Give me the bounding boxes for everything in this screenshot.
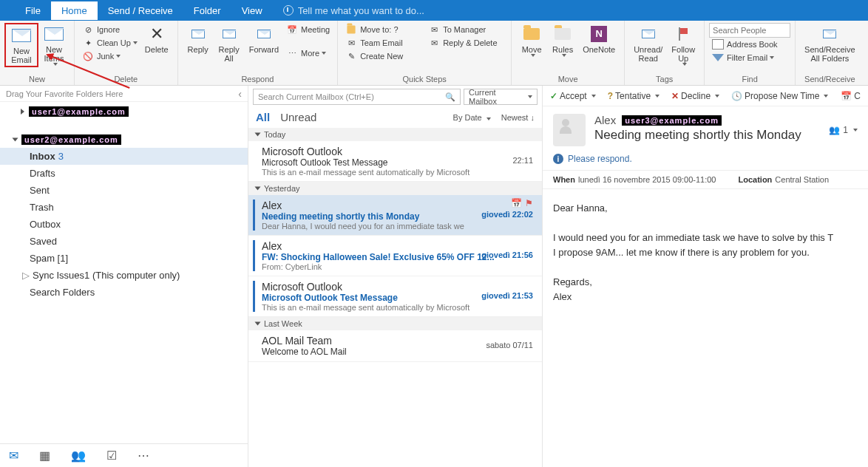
filter-unread[interactable]: Unread [280, 111, 316, 123]
group-last-week[interactable]: Last Week [248, 317, 542, 330]
delete-button[interactable]: ✕ Delete [140, 23, 173, 55]
forward-label: Forward [249, 45, 279, 54]
follow-up-label: Follow Up [671, 45, 695, 63]
unread-read-label: Unread/ Read [634, 45, 662, 63]
quickstep-create-new[interactable]: ✎Create New [342, 50, 425, 63]
more-respond-button[interactable]: ⋯More [283, 47, 333, 60]
people-count[interactable]: 👥1 [829, 114, 858, 146]
folder-sent[interactable]: Sent [0, 182, 248, 199]
folder-outbox[interactable]: Outbox [0, 216, 248, 233]
navigation-pane: Drag Your Favorite Folders Here ‹ user1@… [0, 86, 248, 467]
reply-button[interactable]: Reply [183, 23, 214, 55]
tentative-button[interactable]: ?Tentative [608, 91, 660, 101]
rules-button[interactable]: Rules [547, 23, 578, 58]
move-button[interactable]: Move [516, 23, 547, 58]
create-new-label: Create New [360, 52, 403, 61]
tab-file[interactable]: File [15, 1, 51, 20]
send-receive-all-button[interactable]: Send/Receive All Folders [800, 23, 860, 64]
folder-trash[interactable]: Trash [0, 199, 248, 216]
tab-view[interactable]: View [231, 1, 273, 20]
calendar-button[interactable]: 📅 C [841, 91, 861, 101]
create-icon: ✎ [345, 51, 357, 61]
filter-email-button[interactable]: Filter Email [709, 51, 790, 64]
search-scope-dropdown[interactable]: Current Mailbox [464, 89, 538, 105]
message-item-selected[interactable]: 📅⚑ Alex Needing meeting shortly this Mon… [248, 195, 542, 236]
new-email-button[interactable]: New Email [4, 23, 38, 67]
filter-all[interactable]: All [256, 111, 270, 123]
message-time: 22:11 [512, 156, 533, 165]
inbox-label: Inbox [30, 151, 55, 162]
menu-bar: File Home Send / Receive Folder View Tel… [0, 0, 868, 21]
decline-button[interactable]: ✕Decline [671, 91, 719, 101]
tasks-view-icon[interactable]: ☑ [106, 449, 117, 463]
follow-up-button[interactable]: Follow Up [667, 23, 699, 67]
message-item[interactable]: Microsoft Outlook Microsoft Outlook Test… [248, 141, 542, 182]
group-today[interactable]: Today [248, 128, 542, 141]
folder-sync-issues[interactable]: ▷Sync Issues1 (This computer only) [0, 267, 248, 284]
clean-up-button[interactable]: ✦Clean Up [79, 36, 140, 50]
message-preview: From: CyberLink [262, 262, 535, 271]
junk-label: Junk [97, 52, 114, 61]
chevron-down-icon [770, 56, 774, 59]
tab-folder[interactable]: Folder [183, 1, 231, 20]
search-mailbox-input[interactable]: Search Current Mailbox (Ctrl+E) 🔍 [253, 89, 461, 105]
accept-button[interactable]: ✓Accept [550, 91, 596, 101]
address-book-button[interactable]: Address Book [709, 38, 790, 51]
junk-button[interactable]: 🚫Junk [79, 50, 140, 63]
quickstep-team-email[interactable]: ✉Team Email [342, 36, 425, 50]
sync-label: Sync Issues1 (This computer only) [33, 270, 180, 281]
ribbon-group-move: Move Rules NOneNote Move [512, 21, 625, 85]
folder-saved[interactable]: Saved [0, 233, 248, 250]
tab-send-receive[interactable]: Send / Receive [98, 1, 183, 20]
quickstep-to-manager[interactable]: ✉To Manager [425, 23, 506, 36]
calendar-view-icon[interactable]: ▦ [39, 449, 50, 463]
message-item[interactable]: Alex FW: Shocking Halloween Sale! Exclus… [248, 236, 542, 276]
delete-icon: ✕ [150, 30, 163, 38]
onenote-button[interactable]: NOneNote [578, 23, 620, 55]
quickstep-move-to[interactable]: Move to: ? [342, 23, 425, 36]
accept-label: Accept [560, 91, 587, 101]
unread-read-button[interactable]: Unread/ Read [629, 23, 667, 64]
search-people-input[interactable] [709, 23, 790, 38]
quickstep-reply-delete[interactable]: ✉Reply & Delete [425, 36, 506, 50]
tell-me-search[interactable]: Tell me what you want to do... [283, 5, 424, 16]
reply-all-icon [223, 30, 236, 38]
mail-view-icon[interactable]: ✉ [9, 449, 18, 463]
person-icon [558, 119, 580, 141]
group-yesterday[interactable]: Yesterday [248, 182, 542, 195]
question-icon: ? [608, 91, 613, 101]
group-label-send-receive: Send/Receive [800, 75, 860, 85]
sort-by-date[interactable]: By Date [453, 113, 491, 122]
x-icon: ✕ [671, 91, 679, 101]
folder-inbox[interactable]: Inbox3 [0, 148, 248, 165]
folder-spam[interactable]: Spam [1] [0, 250, 248, 267]
sender-name: Alex [594, 114, 616, 126]
account-1[interactable]: user1@example.com [0, 102, 248, 120]
reply-all-label: Reply All [219, 45, 240, 63]
more-views-icon[interactable]: ⋯ [138, 449, 149, 463]
account-2[interactable]: user2@example.com [0, 130, 248, 148]
propose-new-time-button[interactable]: 🕓Propose New Time [731, 91, 828, 101]
people-view-icon[interactable]: 👥 [71, 449, 86, 463]
envelope-icon [12, 29, 31, 42]
inbox-count: 3 [58, 151, 64, 162]
meeting-button[interactable]: 📅Meeting [283, 23, 333, 36]
newest-label: Newest [501, 113, 529, 122]
forward-button[interactable]: Forward [245, 23, 283, 55]
group-label-find: Find [709, 75, 790, 85]
ignore-button[interactable]: ⊘Ignore [79, 23, 140, 36]
collapse-icon[interactable]: ‹ [238, 88, 242, 100]
folder-search-folders[interactable]: Search Folders [0, 284, 248, 301]
team-email-label: Team Email [360, 38, 402, 47]
message-item[interactable]: AOL Mail Team Welcome to AOL Mail sabato… [248, 330, 542, 362]
sort-newest[interactable]: Newest ↓ [501, 113, 535, 122]
tab-home[interactable]: Home [51, 1, 98, 20]
message-item[interactable]: Microsoft Outlook Microsoft Outlook Test… [248, 276, 542, 317]
group-label-tags: Tags [629, 75, 699, 85]
folder-drafts[interactable]: Drafts [0, 165, 248, 182]
flag-icon [677, 27, 689, 41]
message-subject: Microsoft Outlook Test Message [262, 157, 535, 168]
unread-icon [642, 30, 655, 38]
favorites-header[interactable]: Drag Your Favorite Folders Here ‹ [0, 86, 248, 102]
reply-all-button[interactable]: Reply All [214, 23, 245, 64]
